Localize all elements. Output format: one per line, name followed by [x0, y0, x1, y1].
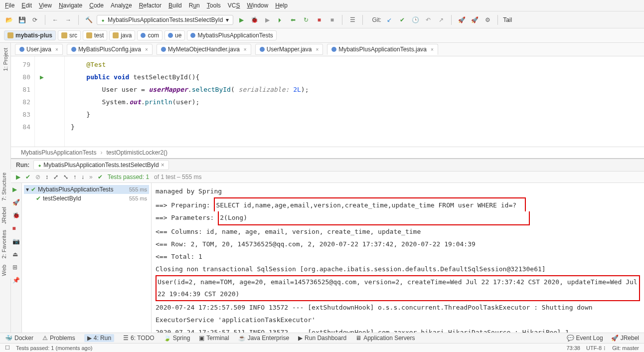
collapse-icon[interactable]: ⤡: [63, 174, 68, 180]
tool-run[interactable]: ▶ 4: Run: [84, 334, 114, 342]
menu-help[interactable]: Help: [275, 2, 288, 9]
close-icon[interactable]: ×: [244, 47, 247, 52]
tool-eventlog[interactable]: 💬 Event Log: [567, 335, 603, 342]
tool-problems[interactable]: ⚠ Problems: [42, 335, 75, 342]
rerun-icon[interactable]: ▶: [12, 186, 20, 194]
pin-icon[interactable]: 📌: [12, 277, 20, 285]
crumb-java[interactable]: java: [109, 30, 135, 40]
sidebar-project[interactable]: 1: Project: [1, 45, 9, 74]
tab-config[interactable]: MyBatisPlusConfig.java×: [67, 44, 153, 55]
pass-filter-icon[interactable]: ✔: [25, 174, 30, 180]
refresh-icon[interactable]: ⟳: [30, 15, 40, 25]
git-push-icon[interactable]: ↗: [436, 15, 446, 25]
expand-icon[interactable]: ⤢: [53, 174, 58, 180]
tab-tests[interactable]: MybatisPlusApplicationTests.java×: [327, 44, 438, 55]
crumb-ue[interactable]: ue: [164, 30, 185, 40]
jrebel-icon[interactable]: 🚀: [457, 15, 467, 25]
stop2-button[interactable]: ■: [327, 15, 337, 25]
sort-icon[interactable]: ↕: [45, 174, 48, 180]
menu-vcs[interactable]: VCS: [228, 2, 240, 9]
layout-icon[interactable]: ⊞: [12, 264, 20, 272]
close-icon[interactable]: ×: [161, 162, 164, 169]
jrebel-settings-icon[interactable]: ⚙: [483, 15, 492, 25]
profile-button[interactable]: ⏵: [275, 15, 285, 25]
jrebel-icon[interactable]: 🚀: [12, 199, 20, 207]
stop-button[interactable]: ■: [314, 15, 324, 25]
sidebar-structure[interactable]: 7: Structure: [0, 170, 8, 204]
menu-tools[interactable]: Tools: [207, 2, 221, 9]
tool-docker[interactable]: 🐳 Docker: [5, 335, 33, 342]
menu-window[interactable]: Window: [247, 2, 268, 9]
run-tab[interactable]: ⬥ MybatisPlusApplicationTests.testSelect…: [33, 160, 168, 170]
sidebar-web[interactable]: Web: [0, 262, 8, 279]
tool-jrebel[interactable]: 🚀 JRebel: [611, 335, 639, 342]
crumb-class[interactable]: MybatisPlusApplicationTests: [187, 30, 276, 40]
tool-terminal[interactable]: ▣ Terminal: [199, 335, 229, 342]
crumb-method[interactable]: testOptimisticLocker2(): [106, 149, 167, 156]
crumb-test[interactable]: test: [83, 30, 107, 40]
save-icon[interactable]: 💾: [17, 15, 27, 25]
close-icon[interactable]: ×: [431, 47, 434, 52]
menu-build[interactable]: Build: [168, 2, 182, 9]
forward-icon[interactable]: →: [63, 15, 73, 25]
tab-user[interactable]: User.java×: [15, 44, 63, 55]
tool-appservers[interactable]: 🖥 Application Servers: [355, 335, 415, 342]
gutter-run-icon[interactable]: ▶: [35, 71, 64, 83]
close-icon[interactable]: ×: [145, 47, 148, 52]
test-tree-method[interactable]: ✔ testSelectById 555 ms: [24, 194, 149, 203]
next-icon[interactable]: ↓: [81, 174, 84, 180]
git-commit-icon[interactable]: ✔: [397, 15, 407, 25]
build-icon[interactable]: 🔨: [84, 15, 94, 25]
console-output[interactable]: managed by Spring ==> Preparing: SELECT …: [152, 183, 644, 333]
prev-icon[interactable]: ↑: [73, 174, 76, 180]
rerun-button[interactable]: ↻: [301, 15, 311, 25]
close-icon[interactable]: ×: [316, 47, 319, 52]
menu-code[interactable]: Code: [89, 2, 104, 9]
run-button[interactable]: ▶: [236, 15, 246, 25]
sidebar-favorites[interactable]: 2: Favorites: [0, 227, 8, 261]
tab-handler[interactable]: MyMetaObjectHandler.java×: [157, 44, 251, 55]
close-icon[interactable]: ×: [55, 47, 58, 52]
menu-analyze[interactable]: Analyze: [111, 2, 132, 9]
menu-file[interactable]: File: [5, 2, 14, 9]
tool-todo[interactable]: ☰ 6: TODO: [123, 335, 155, 342]
code-area[interactable]: @Test public void testSelectById(){ User…: [65, 56, 644, 147]
status-icon[interactable]: ☐: [5, 345, 10, 351]
dump-icon[interactable]: 📷: [12, 238, 20, 246]
menu-run[interactable]: Run: [189, 2, 200, 9]
crumb-root[interactable]: mybatis-plus: [4, 30, 56, 40]
tab-mapper[interactable]: UserMapper.java×: [255, 44, 323, 55]
tail-label[interactable]: Tail: [503, 16, 512, 23]
jrebel2-icon[interactable]: 🚀: [470, 15, 480, 25]
menu-edit[interactable]: Edit: [21, 2, 32, 9]
crumb-com[interactable]: com: [137, 30, 162, 40]
tool-spring[interactable]: 🍃 Spring: [163, 335, 190, 342]
back-icon[interactable]: ←: [50, 15, 60, 25]
editor[interactable]: 79 80 81 82 83 84 ▶ @Test public void te…: [11, 56, 644, 147]
open-icon[interactable]: 📂: [4, 15, 14, 25]
tool-javaee[interactable]: ☕ Java Enterprise: [238, 335, 289, 342]
menu-navigate[interactable]: Navigate: [59, 2, 82, 9]
git-revert-icon[interactable]: ↶: [423, 15, 433, 25]
git-update-icon[interactable]: ↙: [384, 15, 394, 25]
fail-filter-icon[interactable]: ⊘: [35, 174, 40, 180]
attach-button[interactable]: ⬅: [288, 15, 298, 25]
structure-icon[interactable]: ☰: [347, 15, 357, 25]
tool-rundash[interactable]: ▶ Run Dashboard: [298, 335, 346, 342]
exit-icon[interactable]: ⏏: [12, 251, 20, 259]
debug-icon[interactable]: 🐞: [12, 212, 20, 220]
menu-refactor[interactable]: Refactor: [139, 2, 161, 9]
crumb-class[interactable]: MybatisPlusApplicationTests: [21, 149, 96, 156]
test-tree-root[interactable]: ▾ ✔ MybatisPlusApplicationTests 555 ms: [24, 185, 149, 194]
encoding[interactable]: UTF-8 ⫶: [586, 345, 606, 351]
git-history-icon[interactable]: 🕒: [410, 15, 420, 25]
stop-icon[interactable]: ■: [12, 225, 20, 233]
sidebar-jrebel[interactable]: JRebel: [0, 204, 8, 227]
git-branch[interactable]: Git: master: [612, 345, 639, 351]
coverage-button[interactable]: ▶: [262, 15, 272, 25]
debug-button[interactable]: 🐞: [249, 15, 259, 25]
rerun-icon[interactable]: ▶: [16, 174, 20, 180]
run-config-dropdown[interactable]: ⬥ MybatisPlusApplicationTests.testSelect…: [97, 15, 233, 25]
crumb-src[interactable]: src: [58, 30, 81, 40]
caret-position[interactable]: 73:38: [566, 345, 580, 351]
